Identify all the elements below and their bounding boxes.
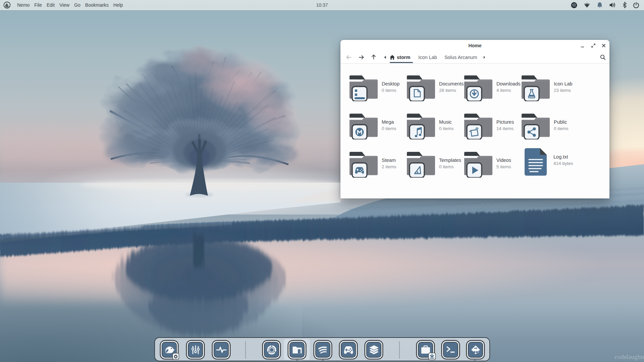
- svg-text:codelaughter: codelaughter: [614, 353, 644, 360]
